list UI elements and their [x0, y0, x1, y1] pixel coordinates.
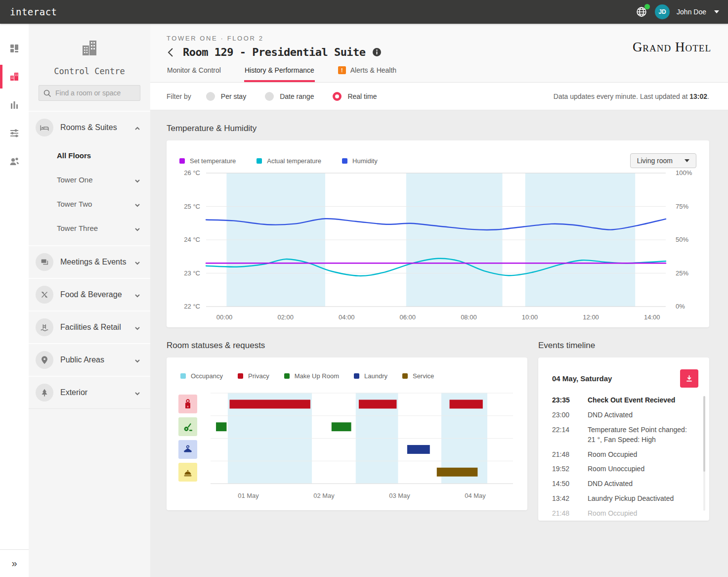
search-icon	[43, 89, 51, 97]
control-centre-building-icon	[79, 37, 100, 58]
legend-service: Service	[402, 372, 434, 380]
back-button[interactable]	[167, 47, 174, 57]
radio-selected-icon	[333, 92, 342, 101]
sidebar-item-meetings-events[interactable]: Meetings & Events	[29, 246, 150, 278]
legend-make-up-room: Make Up Room	[284, 372, 339, 380]
legend-swatch	[179, 158, 185, 164]
pool-ladder-icon	[40, 322, 49, 332]
legend-swatch	[238, 373, 243, 379]
radio-circle-icon	[265, 92, 274, 101]
expand-sidebar-button[interactable]: »	[0, 549, 29, 577]
svg-text:06:00: 06:00	[400, 313, 416, 321]
svg-text:02 May: 02 May	[313, 492, 335, 500]
sidebar-title: Control Centre	[29, 66, 150, 76]
update-note: Data updates every minute. Last updated …	[554, 92, 709, 100]
event-item: 21:48Room Occupied	[552, 450, 689, 460]
tab-monitor-control[interactable]: Monitor & Control	[167, 58, 221, 82]
chevron-down-icon	[134, 178, 140, 184]
info-button[interactable]	[372, 47, 382, 57]
sliders-icon	[9, 128, 20, 138]
sidebar-item-tower-three[interactable]: Tower Three	[29, 216, 150, 240]
room-selector-dropdown[interactable]: Living room	[630, 153, 696, 168]
sidebar-section-exterior: Exterior	[29, 376, 150, 408]
legend-swatch	[257, 158, 262, 164]
legend-swatch	[402, 373, 408, 379]
tab-history-performance[interactable]: History & Performance	[244, 58, 315, 82]
buildings-icon	[9, 71, 20, 82]
sidebar-item-tower-one[interactable]: Tower One	[29, 168, 150, 192]
sidebar-item-all-floors[interactable]: All Floors	[29, 143, 150, 168]
door-hanger-icon	[182, 399, 193, 409]
sidebar-item-exterior[interactable]: Exterior	[29, 377, 150, 408]
sidebar-section-facilities: Facilities & Retail	[29, 311, 150, 343]
svg-text:12:00: 12:00	[583, 313, 599, 321]
radio-per-stay[interactable]: Per stay	[206, 92, 246, 101]
content-area: Temperature & Humidity Set temperature A…	[150, 110, 728, 577]
events-scrollbar[interactable]	[703, 396, 705, 511]
room-statuses-chart: 01 May02 May03 May04 May	[211, 393, 515, 504]
event-item: 14:50DND Activated	[552, 479, 689, 489]
avatar[interactable]: JD	[655, 4, 670, 19]
svg-text:23 °C: 23 °C	[184, 269, 200, 277]
sidebar: Control Centre Rooms & Suites	[29, 24, 150, 577]
presentation-icon	[40, 257, 49, 267]
radio-circle-icon	[206, 92, 215, 101]
sidebar-item-food-beverage[interactable]: Food & Beverage	[29, 279, 150, 311]
rail-item-dashboard[interactable]	[0, 38, 29, 59]
sidebar-item-tower-two[interactable]: Tower Two	[29, 192, 150, 216]
svg-text:00:00: 00:00	[216, 313, 233, 321]
language-globe-button[interactable]	[635, 5, 648, 18]
legend-actual-temperature: Actual temperature	[257, 157, 321, 165]
service-bell-icon	[182, 467, 193, 478]
filter-label: Filter by	[167, 92, 191, 100]
chevron-down-icon	[134, 202, 140, 208]
sidebar-section-rooms-suites: Rooms & Suites All Floors Tower One Towe…	[29, 111, 150, 245]
sidebar-item-public-areas[interactable]: Public Areas	[29, 344, 150, 376]
sidebar-item-rooms-suites[interactable]: Rooms & Suites	[29, 112, 150, 143]
chevron-down-icon	[134, 358, 140, 364]
room-search[interactable]	[39, 85, 140, 101]
radio-real-time[interactable]: Real time	[333, 92, 377, 101]
status-legend: Occupancy Privacy Make Up Room	[178, 367, 515, 380]
event-item: 23:00DND Activated	[552, 410, 689, 420]
search-input[interactable]	[55, 89, 136, 97]
rail-item-control-centre[interactable]	[0, 66, 29, 88]
svg-text:100%: 100%	[676, 169, 692, 177]
svg-text:25 °C: 25 °C	[184, 203, 200, 210]
chevron-down-icon	[134, 325, 140, 331]
svg-text:04 May: 04 May	[465, 492, 486, 500]
legend-swatch	[284, 373, 290, 379]
sidebar-item-facilities-retail[interactable]: Facilities & Retail	[29, 311, 150, 343]
event-item: 19:52Room Unoccupied	[552, 464, 689, 474]
event-item: 21:48Room Occupied	[552, 509, 689, 519]
sidebar-item-label: Exterior	[60, 388, 134, 397]
rail-item-analytics[interactable]	[0, 94, 29, 116]
rail-item-users[interactable]	[0, 150, 29, 172]
rail-item-settings[interactable]	[0, 122, 29, 144]
sidebar-section-food: Food & Beverage	[29, 278, 150, 311]
users-icon	[9, 156, 20, 167]
download-icon	[685, 374, 693, 383]
filter-bar: Filter by Per stay Date range Real time …	[150, 83, 728, 110]
vacuum-icon	[182, 421, 193, 432]
download-events-button[interactable]	[680, 369, 698, 388]
scrollbar-thumb[interactable]	[703, 396, 705, 472]
svg-text:25%: 25%	[676, 269, 688, 277]
tab-alerts-health[interactable]: ! Alerts & Health	[338, 58, 397, 82]
temperature-humidity-chart: 26 °C100%25 °C75%24 °C50%23 °C25%22 °C0%…	[177, 168, 697, 325]
user-menu-caret-icon[interactable]	[714, 10, 719, 13]
sidebar-item-label: Food & Beverage	[60, 290, 134, 299]
events-date: 04 May, Saturday	[552, 369, 612, 383]
info-icon	[372, 47, 382, 57]
legend-swatch	[354, 373, 359, 379]
svg-text:26 °C: 26 °C	[184, 169, 200, 177]
legend-swatch	[180, 373, 186, 379]
breadcrumb: TOWER ONE · FLOOR 2	[167, 35, 709, 42]
svg-text:08:00: 08:00	[461, 313, 477, 321]
dropdown-caret-icon	[685, 159, 689, 162]
room-statuses-panel: Occupancy Privacy Make Up Room	[167, 357, 527, 510]
warning-icon: !	[338, 66, 346, 74]
svg-text:75%: 75%	[676, 203, 688, 210]
last-updated-time: 13:02	[689, 92, 707, 100]
radio-date-range[interactable]: Date range	[265, 92, 314, 101]
